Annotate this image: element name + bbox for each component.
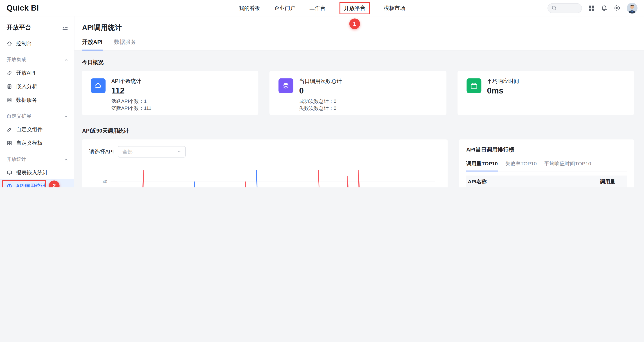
card-title: 平均响应时间 bbox=[487, 78, 519, 85]
user-avatar[interactable] bbox=[627, 3, 637, 13]
sidebar-item-api-call-stats[interactable]: API调用统计 2 bbox=[0, 179, 74, 187]
sidebar-item-label: API调用统计 bbox=[16, 182, 46, 187]
stat-card-avg-response-time: 平均响应时间 0ms bbox=[458, 71, 634, 115]
sidebar-title: 开放平台 bbox=[6, 24, 31, 32]
main-content: API调用统计 开放API 数据服务 今日概况 API个数统计 112 bbox=[74, 16, 644, 187]
sidebar-item-label: 开放API bbox=[16, 69, 35, 77]
sidebar-item-label: 数据服务 bbox=[16, 96, 37, 104]
sidebar-item-label: 控制台 bbox=[16, 39, 32, 47]
sidebar-item-data-service[interactable]: 数据服务 bbox=[0, 93, 74, 107]
nav-open-platform-label: 开放平台 bbox=[344, 5, 366, 11]
api-calls-line-chart: 0102030402024/10/152024/10/282024/11/102… bbox=[89, 164, 440, 187]
sidebar-item-open-api[interactable]: 开放API bbox=[0, 66, 74, 80]
api-ranking-panel: API当日调用排行榜 调用量TOP10 失败率TOP10 平均响应时间TOP10… bbox=[459, 140, 634, 187]
card-value: 112 bbox=[112, 86, 152, 96]
home-icon bbox=[6, 40, 12, 46]
grid-icon bbox=[6, 140, 12, 146]
tab-failure-rate-top10[interactable]: 失败率TOP10 bbox=[505, 161, 537, 171]
sidebar-item-label: 报表嵌入统计 bbox=[16, 169, 48, 176]
tab-avg-response-top10[interactable]: 平均响应时间TOP10 bbox=[544, 161, 591, 171]
api-select[interactable]: 全部 bbox=[118, 146, 186, 158]
stat-card-daily-calls: 当日调用次数总计 0 成功次数总计：0 失败次数总计：0 bbox=[270, 71, 446, 115]
sidebar-item-report-embed-stats[interactable]: 报表嵌入统计 bbox=[0, 166, 74, 179]
today-overview-title: 今日概况 bbox=[82, 59, 634, 66]
quick-bi-logo[interactable]: Quick BI bbox=[6, 3, 39, 12]
api-select-value: 全部 bbox=[122, 148, 133, 155]
tab-data-service[interactable]: 数据服务 bbox=[114, 39, 136, 50]
database-icon bbox=[6, 97, 12, 103]
search-input[interactable] bbox=[548, 3, 582, 13]
sidebar-item-label: 自定义模板 bbox=[16, 139, 43, 147]
card-title: API个数统计 bbox=[112, 78, 152, 85]
gear-icon[interactable] bbox=[614, 4, 620, 11]
line-chart-container: 0102030402024/10/152024/10/282024/11/102… bbox=[89, 164, 440, 187]
page-tabs: 开放API 数据服务 bbox=[82, 39, 636, 50]
nav-my-dashboard[interactable]: 我的看板 bbox=[239, 4, 260, 12]
stat-card-api-count: API个数统计 112 活跃API个数：1 沉默API个数：111 bbox=[82, 71, 258, 115]
monitor-icon bbox=[6, 170, 12, 175]
api-90day-chart-panel: 请选择API 全部 0102030402024/10/152024/10/282… bbox=[82, 140, 448, 187]
api-select-label: 请选择API bbox=[89, 148, 114, 156]
group-label: 开放统计 bbox=[6, 156, 26, 163]
annotation-step-1-badge: 1 bbox=[349, 18, 360, 29]
layers-icon bbox=[278, 78, 294, 93]
column-call-volume: 调用量 bbox=[596, 178, 626, 185]
ranking-tabs: 调用量TOP10 失败率TOP10 平均响应时间TOP10 bbox=[466, 161, 627, 171]
sidebar: 开放平台 控制台 开放集成 开放API bbox=[0, 16, 74, 187]
ranking-table-header: API名称 调用量 bbox=[466, 175, 627, 187]
topnav-actions bbox=[548, 3, 638, 13]
pie-chart-icon bbox=[6, 183, 12, 187]
sidebar-item-custom-template[interactable]: 自定义模板 bbox=[0, 136, 74, 150]
sidebar-item-label: 嵌入分析 bbox=[16, 83, 37, 90]
bell-icon[interactable] bbox=[601, 5, 607, 11]
chevron-down-icon bbox=[177, 150, 181, 154]
top-navigation: Quick BI 我的看板 企业门户 工作台 开放平台 1 模板市场 bbox=[0, 0, 644, 16]
sidebar-item-label: 自定义组件 bbox=[16, 126, 43, 133]
chart-section-title: API近90天调用统计 bbox=[82, 127, 634, 135]
sidebar-collapse-icon[interactable] bbox=[62, 25, 68, 31]
card-stat-line: 活跃API个数：1 bbox=[112, 98, 152, 105]
cloud-api-icon bbox=[91, 78, 106, 93]
document-icon bbox=[6, 83, 12, 89]
nav-template-market[interactable]: 模板市场 bbox=[384, 4, 405, 12]
sidebar-item-console[interactable]: 控制台 bbox=[0, 36, 74, 50]
search-icon bbox=[552, 5, 557, 11]
svg-text:40: 40 bbox=[102, 179, 107, 184]
stat-cards: API个数统计 112 活跃API个数：1 沉默API个数：111 bbox=[82, 71, 634, 115]
sidebar-group-custom-extension[interactable]: 自定义扩展 bbox=[0, 107, 74, 123]
chevron-up-icon bbox=[64, 157, 68, 161]
nav-workspace[interactable]: 工作台 bbox=[310, 4, 326, 12]
card-stat-line: 沉默API个数：111 bbox=[112, 105, 152, 112]
card-value: 0ms bbox=[487, 86, 519, 96]
sidebar-item-embed-analysis[interactable]: 嵌入分析 bbox=[0, 80, 74, 93]
card-stat-line: 失败次数总计：0 bbox=[299, 105, 342, 112]
app-grid-icon[interactable] bbox=[588, 5, 595, 11]
ranking-title: API当日调用排行榜 bbox=[466, 146, 627, 154]
card-stat-line: 成功次数总计：0 bbox=[299, 98, 342, 105]
tab-open-api[interactable]: 开放API bbox=[82, 39, 102, 50]
card-value: 0 bbox=[299, 86, 342, 96]
component-icon bbox=[6, 127, 12, 132]
group-label: 自定义扩展 bbox=[6, 113, 31, 120]
content-area: 今日概况 API个数统计 112 活跃API个数：1 沉默API个数：111 bbox=[74, 51, 644, 187]
chevron-up-icon bbox=[64, 114, 68, 118]
gift-icon bbox=[466, 78, 481, 93]
nav-open-platform[interactable]: 开放平台 1 bbox=[340, 2, 370, 14]
chevron-up-icon bbox=[64, 57, 68, 62]
primary-nav: 我的看板 企业门户 工作台 开放平台 1 模板市场 bbox=[239, 2, 405, 14]
quick-bi-app: Quick BI 我的看板 企业门户 工作台 开放平台 1 模板市场 bbox=[0, 0, 644, 187]
group-label: 开放集成 bbox=[6, 56, 26, 63]
sidebar-group-open-statistics[interactable]: 开放统计 bbox=[0, 150, 74, 166]
sidebar-group-open-integration[interactable]: 开放集成 bbox=[0, 50, 74, 66]
annotation-step-2-badge: 2 bbox=[49, 180, 60, 187]
sidebar-item-custom-component[interactable]: 自定义组件 bbox=[0, 123, 74, 136]
tab-call-volume-top10[interactable]: 调用量TOP10 bbox=[466, 161, 498, 171]
column-api-name: API名称 bbox=[468, 178, 487, 185]
card-title: 当日调用次数总计 bbox=[299, 78, 342, 85]
link-icon bbox=[6, 70, 12, 76]
nav-enterprise-portal[interactable]: 企业门户 bbox=[274, 4, 296, 12]
